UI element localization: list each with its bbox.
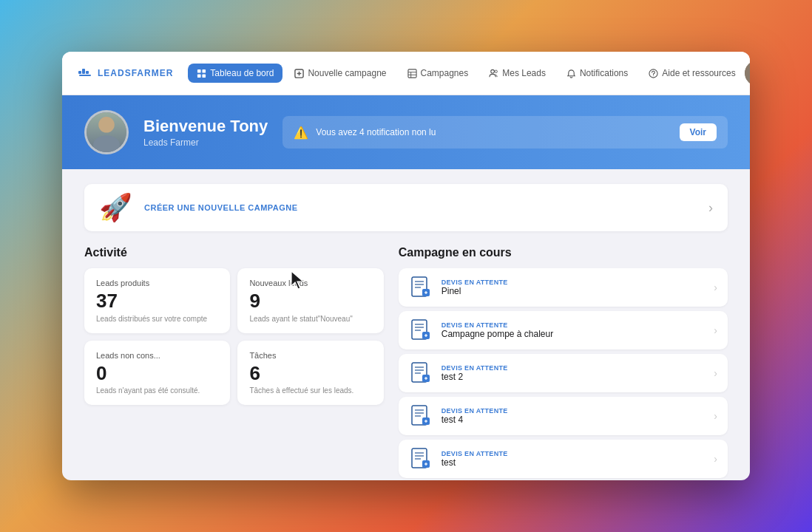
campagne-name-3: test 4	[441, 415, 706, 425]
svg-rect-5	[203, 69, 206, 72]
nav-item-nouvelle-label: Nouvelle campagne	[308, 68, 386, 78]
bell-icon	[566, 69, 576, 78]
create-campaign-label: CRÉER UNE NOUVELLE CAMPAGNE	[144, 203, 697, 212]
notification-text: Vous avez 4 notification non lu	[316, 127, 671, 137]
rocket-icon: 🚀	[99, 194, 132, 221]
campagne-badge-1: DEVIS EN ATTENTE	[441, 321, 706, 329]
logo-icon	[77, 65, 93, 81]
stat-desc-leads-produits: Leads distribués sur votre compte	[96, 315, 218, 323]
nav-bar: LEADSFARMER Tableau de bord	[62, 52, 750, 95]
nav-item-nouvelle[interactable]: Nouvelle campagne	[285, 64, 395, 83]
stat-label-leads-non-consultes: Leads non cons...	[96, 351, 218, 360]
chevron-right-icon: ›	[708, 200, 713, 216]
stat-card-leads-produits: Leads produits 37 Leads distribués sur v…	[84, 268, 230, 333]
campagne-item-3[interactable]: DEVIS EN ATTENTE test 4 ›	[399, 397, 728, 435]
stat-desc-nouveaux-leads: Leads ayant le statut"Nouveau"	[249, 315, 371, 323]
hero-greeting: Bienvenue Tony	[143, 117, 268, 136]
create-campaign-banner[interactable]: 🚀 CRÉER UNE NOUVELLE CAMPAGNE ›	[84, 184, 728, 231]
nav-item-notifications-label: Notifications	[580, 68, 628, 78]
svg-point-22	[98, 117, 115, 133]
nav-item-leads-label: Mes Leads	[502, 68, 546, 78]
hero-banner: Bienvenue Tony Leads Farmer ⚠️ Vous avez…	[62, 95, 750, 169]
logo: LEADSFARMER	[77, 65, 173, 81]
campagne-badge-4: DEVIS EN ATTENTE	[441, 450, 706, 457]
campagne-list: DEVIS EN ATTENTE Pinel ›	[399, 268, 728, 480]
svg-point-16	[495, 70, 497, 72]
campagne-title: Campagne en cours	[399, 246, 728, 259]
hero-avatar-image	[87, 112, 126, 152]
warning-icon: ⚠️	[294, 126, 308, 140]
campagne-item-0[interactable]: DEVIS EN ATTENTE Pinel ›	[399, 268, 728, 307]
svg-rect-1	[82, 69, 85, 74]
stat-card-leads-non-consultes: Leads non cons... 0 Leads n'ayant pas ét…	[84, 341, 230, 406]
svg-rect-4	[197, 69, 201, 72]
campagne-name-4: test	[441, 457, 706, 468]
svg-rect-0	[78, 71, 81, 74]
campagne-doc-icon-1	[409, 318, 433, 342]
stat-value-nouveaux-leads: 9	[249, 290, 371, 312]
plus-square-icon	[294, 69, 304, 78]
campagne-doc-icon-2	[409, 361, 433, 385]
campagne-info-3: DEVIS EN ATTENTE test 4	[441, 407, 706, 425]
campagne-section: Campagne en cours DEV	[399, 246, 728, 480]
campagne-chevron-2: ›	[714, 367, 717, 379]
nav-item-aide-label: Aide et ressources	[662, 68, 735, 78]
campagne-chevron-3: ›	[714, 410, 717, 422]
stat-card-nouveaux-leads: Nouveaux leads 9 Leads ayant le statut"N…	[237, 268, 383, 333]
grid-icon	[197, 69, 206, 78]
nav-item-notifications[interactable]: Notifications	[558, 64, 637, 83]
stat-desc-taches: Tâches à effectué sur les leads.	[249, 386, 371, 395]
svg-rect-2	[86, 71, 89, 74]
user-avatar[interactable]	[745, 61, 750, 86]
nav-item-tableau-label: Tableau de bord	[210, 68, 274, 78]
stat-value-taches: 6	[249, 363, 371, 384]
activite-title: Activité	[84, 246, 384, 259]
nav-item-campagnes-label: Campagnes	[421, 68, 469, 78]
campagne-badge-0: DEVIS EN ATTENTE	[441, 279, 706, 286]
campagne-chevron-1: ›	[714, 324, 717, 336]
campagne-chevron-0: ›	[714, 282, 717, 293]
stats-grid: Leads produits 37 Leads distribués sur v…	[84, 268, 384, 405]
stat-value-leads-non-consultes: 0	[96, 363, 218, 384]
logo-text: LEADSFARMER	[98, 68, 173, 78]
hero-text: Bienvenue Tony Leads Farmer	[143, 117, 268, 148]
campagne-badge-2: DEVIS EN ATTENTE	[441, 364, 706, 372]
campagne-doc-icon-4	[409, 447, 433, 471]
campagne-item-1[interactable]: DEVIS EN ATTENTE Campagne pompe à chaleu…	[399, 311, 728, 349]
svg-point-19	[745, 61, 750, 86]
svg-point-18	[653, 75, 654, 76]
campagne-name-0: Pinel	[441, 286, 706, 296]
campagne-chevron-4: ›	[714, 453, 717, 465]
two-columns: Activité Leads produits 37 Leads distrib…	[84, 246, 728, 480]
notification-see-button[interactable]: Voir	[680, 123, 717, 141]
svg-rect-3	[79, 75, 91, 76]
svg-rect-6	[197, 74, 201, 78]
campagne-badge-3: DEVIS EN ATTENTE	[441, 407, 706, 415]
hero-subtitle: Leads Farmer	[143, 137, 268, 148]
stat-label-leads-produits: Leads produits	[96, 279, 218, 287]
stat-card-taches: Tâches 6 Tâches à effectué sur les leads…	[237, 341, 383, 406]
nav-item-aide[interactable]: Aide et ressources	[640, 64, 744, 83]
campagne-info-2: DEVIS EN ATTENTE test 2	[441, 364, 706, 382]
svg-rect-7	[203, 74, 206, 78]
nav-item-leads[interactable]: Mes Leads	[480, 64, 555, 83]
hero-avatar	[84, 110, 129, 154]
campagne-item-2[interactable]: DEVIS EN ATTENTE test 2 ›	[399, 354, 728, 392]
svg-point-23	[93, 135, 120, 152]
activite-section: Activité Leads produits 37 Leads distrib…	[84, 246, 384, 480]
svg-rect-11	[407, 69, 416, 77]
svg-point-15	[491, 69, 495, 73]
campagne-name-1: Campagne pompe à chaleur	[441, 329, 706, 339]
nav-item-campagnes[interactable]: Campagnes	[399, 64, 478, 83]
campagne-name-2: test 2	[441, 372, 706, 382]
stat-desc-leads-non-consultes: Leads n'ayant pas été consulté.	[96, 386, 218, 395]
campagne-item-4[interactable]: DEVIS EN ATTENTE test ›	[399, 440, 728, 478]
campagne-doc-icon-0	[409, 276, 433, 299]
stat-value-leads-produits: 37	[96, 290, 218, 312]
notification-bar: ⚠️ Vous avez 4 notification non lu Voir	[282, 116, 728, 149]
nav-item-tableau[interactable]: Tableau de bord	[188, 64, 282, 83]
users-icon	[489, 69, 498, 78]
nav-items: Tableau de bord Nouvelle campagne	[188, 64, 744, 83]
campagne-info-0: DEVIS EN ATTENTE Pinel	[441, 279, 706, 296]
stat-label-nouveaux-leads: Nouveaux leads	[249, 279, 371, 287]
